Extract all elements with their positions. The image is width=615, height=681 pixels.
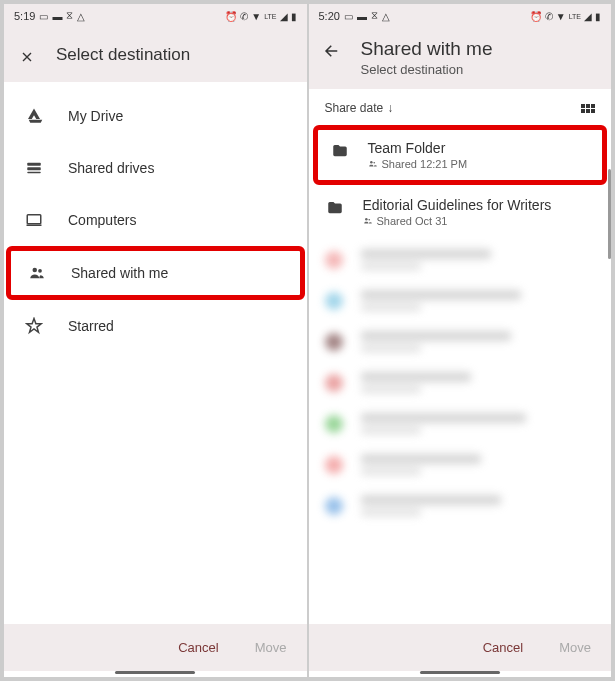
blurred-item [309,362,612,403]
folder-team-folder[interactable]: Team Folder Shared 12:21 PM [313,125,608,185]
wifi-icon: ▼ [251,11,261,22]
header: Select destination [4,28,307,82]
shared-drives-icon [24,158,44,178]
blurred-item [309,485,612,526]
sort-label-text: Share date [325,101,384,115]
nav-shared-with-me[interactable]: Shared with me [6,246,305,300]
blurred-item [309,444,612,485]
computers-icon [24,210,44,230]
notif-icon: ▬ [357,11,367,22]
blurred-item [309,321,612,362]
alarm-icon: ⏰ [530,11,542,22]
folder-name: Editorial Guidelines for Writers [363,197,552,213]
notif-icon: ▭ [39,11,48,22]
move-button[interactable]: Move [559,640,591,655]
svg-point-4 [33,268,38,273]
cancel-button[interactable]: Cancel [483,640,523,655]
status-time: 5:19 [14,10,35,22]
sort-row: Share date ↓ [309,89,612,125]
status-time: 5:20 [319,10,340,22]
folder-meta: Shared 12:21 PM [382,158,468,170]
svg-rect-3 [27,215,41,224]
folder-icon [325,199,345,217]
close-icon[interactable] [18,48,36,66]
blurred-item [309,239,612,280]
notif-icon: ⧖ [66,10,73,22]
nav-label: Shared drives [68,160,154,176]
page-subtitle: Select destination [361,62,493,77]
nav-computers[interactable]: Computers [4,194,307,246]
lte-label: LTE [569,13,581,20]
notif-icon: ⧖ [371,10,378,22]
nav-my-drive[interactable]: My Drive [4,90,307,142]
svg-rect-2 [27,172,41,174]
nav-label: Starred [68,318,114,334]
svg-point-9 [368,219,370,221]
nav-label: Computers [68,212,136,228]
page-title: Select destination [56,45,190,65]
sort-arrow-icon: ↓ [387,101,393,115]
notif-icon: ▭ [344,11,353,22]
gesture-bar [309,671,612,677]
grid-view-icon[interactable] [581,104,595,113]
blurred-item [309,403,612,444]
folder-icon [330,142,350,160]
shared-with-me-icon [27,263,47,283]
drive-icon [24,106,44,126]
signal-icon: ◢ [584,11,592,22]
phone-left: 5:19 ▭ ▬ ⧖ △ ⏰ ✆ ▼ LTE ◢ ▮ Select destin… [4,4,307,677]
nav-starred[interactable]: Starred [4,300,307,352]
nav-label: My Drive [68,108,123,124]
lte-label: LTE [264,13,276,20]
folder-list[interactable]: Share date ↓ Team Folder Shared 12:21 PM [309,89,612,624]
phone-right: 5:20 ▭ ▬ ⧖ △ ⏰ ✆ ▼ LTE ◢ ▮ Shared with m… [309,4,612,677]
back-icon[interactable] [323,42,341,60]
sort-button[interactable]: Share date ↓ [325,101,394,115]
svg-rect-1 [27,167,41,170]
battery-icon: ▮ [291,11,297,22]
nav-list: My Drive Shared drives Computers Shared … [4,82,307,624]
nav-shared-drives[interactable]: Shared drives [4,142,307,194]
battery-icon: ▮ [595,11,601,22]
call-icon: ✆ [240,11,248,22]
page-title: Shared with me [361,38,493,60]
notif-icon: △ [77,11,85,22]
notif-icon: △ [382,11,390,22]
signal-icon: ◢ [280,11,288,22]
gesture-bar [4,671,307,677]
footer: Cancel Move [309,624,612,671]
svg-point-5 [38,269,42,273]
blurred-item [309,280,612,321]
svg-point-6 [370,161,373,164]
notif-icon: ▬ [52,11,62,22]
header: Shared with me Select destination [309,28,612,89]
alarm-icon: ⏰ [225,11,237,22]
wifi-icon: ▼ [556,11,566,22]
svg-point-8 [365,218,368,221]
people-icon [363,216,373,226]
people-icon [368,159,378,169]
nav-label: Shared with me [71,265,168,281]
move-button[interactable]: Move [255,640,287,655]
folder-meta: Shared Oct 31 [377,215,448,227]
svg-point-7 [373,162,375,164]
star-icon [24,316,44,336]
footer: Cancel Move [4,624,307,671]
status-bar: 5:19 ▭ ▬ ⧖ △ ⏰ ✆ ▼ LTE ◢ ▮ [4,4,307,28]
svg-rect-0 [27,163,41,166]
status-bar: 5:20 ▭ ▬ ⧖ △ ⏰ ✆ ▼ LTE ◢ ▮ [309,4,612,28]
folder-editorial-guidelines[interactable]: Editorial Guidelines for Writers Shared … [309,185,612,239]
folder-name: Team Folder [368,140,468,156]
call-icon: ✆ [545,11,553,22]
cancel-button[interactable]: Cancel [178,640,218,655]
